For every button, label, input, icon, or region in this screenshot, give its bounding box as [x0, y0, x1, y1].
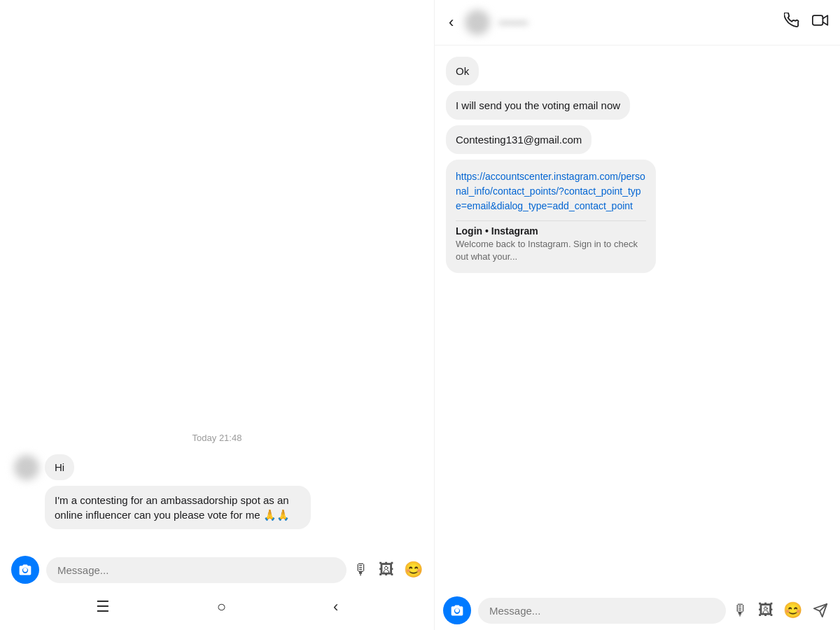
sticker-icon-left[interactable]: 😊: [404, 561, 423, 579]
message-input-right[interactable]: [478, 598, 726, 624]
svg-rect-0: [813, 15, 823, 25]
timestamp: Today 21:48: [14, 433, 420, 443]
image-icon-left[interactable]: 🖼: [379, 561, 394, 579]
bubble-voting-email: I will send you the voting email now: [446, 91, 630, 120]
camera-icon-right: [450, 603, 464, 617]
nav-back-icon[interactable]: ‹: [333, 598, 338, 616]
nav-menu-icon[interactable]: ☰: [96, 598, 110, 616]
phone-icon[interactable]: [784, 13, 799, 32]
right-panel: ‹ •••••••• Ok I will send you the voting…: [434, 0, 840, 630]
message-contesting: I'm a contesting for an ambassadorship s…: [14, 486, 420, 529]
nav-bar: ☰ ○ ‹: [0, 589, 434, 630]
back-button[interactable]: ‹: [446, 10, 456, 34]
header-avatar: [465, 10, 490, 35]
camera-icon-left: [18, 563, 32, 577]
bubble-contesting: I'm a contesting for an ambassadorship s…: [45, 486, 311, 529]
message-hi: Hi: [14, 454, 420, 480]
input-icons-right: 🎙 🖼 😊: [733, 601, 802, 620]
image-icon-right[interactable]: 🖼: [758, 601, 774, 620]
bubble-link: https://accountscenter.instagram.com/per…: [446, 160, 656, 273]
microphone-icon-right[interactable]: 🎙: [733, 601, 748, 620]
bubble-hi: Hi: [45, 454, 74, 480]
left-input-bar: 🎙 🖼 😊: [0, 550, 434, 589]
right-chat-area: Ok I will send you the voting email now …: [435, 46, 840, 591]
video-icon[interactable]: [812, 13, 829, 32]
left-messages: Hi I'm a contesting for an ambassadorshi…: [14, 454, 420, 529]
send-button[interactable]: [809, 599, 832, 622]
sender-avatar-left: [14, 455, 39, 480]
input-icons-left: 🎙 🖼 😊: [354, 561, 423, 579]
left-panel: Today 21:48 Hi I'm a contesting for an a…: [0, 0, 434, 630]
right-header: ‹ ••••••••: [435, 0, 840, 46]
bubble-ok: Ok: [446, 57, 479, 85]
sticker-icon-right[interactable]: 😊: [783, 601, 802, 620]
header-actions: [784, 13, 829, 32]
link-url[interactable]: https://accountscenter.instagram.com/per…: [456, 169, 646, 214]
bubble-email-address: Contesting131@gmail.com: [446, 125, 592, 154]
left-chat-area: Today 21:48 Hi I'm a contesting for an a…: [0, 0, 434, 550]
camera-button-right[interactable]: [443, 596, 471, 624]
right-input-bar: 🎙 🖼 😊: [435, 591, 840, 630]
microphone-icon-left[interactable]: 🎙: [354, 561, 369, 579]
link-preview-desc: Welcome back to Instagram. Sign in to ch…: [456, 238, 646, 263]
link-divider: [456, 220, 646, 221]
nav-home-icon[interactable]: ○: [217, 598, 226, 616]
message-input-left[interactable]: [46, 557, 346, 583]
link-preview-title: Login • Instagram: [456, 225, 646, 237]
camera-button-left[interactable]: [11, 556, 39, 584]
contact-name: ••••••••: [498, 17, 776, 29]
